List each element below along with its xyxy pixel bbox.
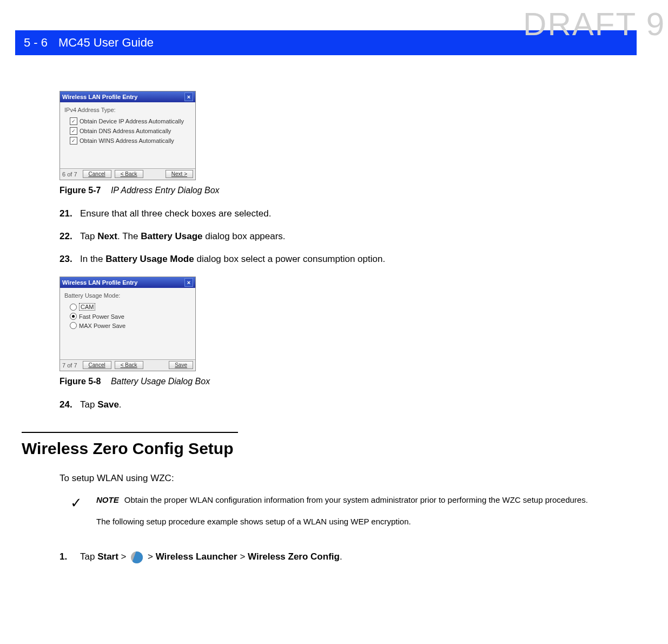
step-counter: 7 of 7 — [62, 362, 77, 369]
cancel-button[interactable]: Cancel — [83, 361, 111, 369]
radio-max-power-save[interactable]: MAX Power Save — [70, 322, 191, 329]
step-number: 23. — [59, 254, 75, 265]
section-heading: Wireless Zero Config Setup — [22, 439, 630, 458]
checkbox-icon: ✓ — [70, 127, 77, 135]
step-22: 22. Tap Next. The Battery Usage dialog b… — [59, 231, 630, 242]
dialog-footer: 6 of 7 Cancel < Back Next > — [60, 168, 195, 180]
close-icon[interactable]: × — [184, 93, 193, 101]
section-divider — [22, 432, 238, 433]
dialog-titlebar: Wireless LAN Profile Entry × — [60, 277, 195, 288]
step-counter: 6 of 7 — [62, 171, 77, 178]
radio-cam[interactable]: CAM — [70, 303, 191, 311]
dialog-body: Battery Usage Mode: CAM Fast Power Save … — [60, 288, 195, 359]
step-24: 24. Tap Save. — [59, 399, 630, 410]
radio-icon — [70, 313, 77, 320]
step-number: 22. — [59, 231, 75, 242]
note-label: NOTE — [96, 495, 119, 504]
save-button[interactable]: Save — [169, 361, 193, 369]
step-text: Tap Start > > Wireless Launcher > Wirele… — [80, 551, 342, 563]
step-21: 21. Ensure that all three check boxes ar… — [59, 208, 630, 219]
checkbox-device-ip[interactable]: ✓ Obtain Device IP Address Automatically — [70, 117, 191, 125]
figure-title: IP Address Entry Dialog Box — [111, 186, 220, 195]
dialog-footer: 7 of 7 Cancel < Back Save — [60, 359, 195, 371]
ip-address-dialog: Wireless LAN Profile Entry × IPv4 Addres… — [59, 91, 196, 180]
note-block: ✓ NOTE Obtain the proper WLAN configurat… — [70, 495, 630, 528]
step-text: Tap Next. The Battery Usage dialog box a… — [80, 231, 286, 242]
note-body: NOTE Obtain the proper WLAN configuratio… — [96, 495, 630, 528]
radio-label: CAM — [79, 303, 95, 311]
dialog-body: IPv4 Address Type: ✓ Obtain Device IP Ad… — [60, 102, 195, 168]
wireless-icon — [131, 551, 143, 563]
cancel-button[interactable]: Cancel — [83, 170, 111, 178]
page-number: 5 - 6 — [24, 36, 48, 50]
checkmark-icon: ✓ — [70, 496, 82, 510]
dialog-titlebar: Wireless LAN Profile Entry × — [60, 91, 195, 102]
checkbox-icon: ✓ — [70, 137, 77, 144]
figure-caption: Figure 5-7 IP Address Entry Dialog Box — [59, 186, 630, 195]
checkbox-dns[interactable]: ✓ Obtain DNS Address Automatically — [70, 127, 191, 135]
checkbox-wins[interactable]: ✓ Obtain WINS Address Automatically — [70, 137, 191, 144]
step-text: Tap Save. — [80, 399, 122, 410]
radio-icon — [70, 304, 77, 311]
figure-title: Battery Usage Dialog Box — [111, 377, 210, 386]
back-button[interactable]: < Back — [115, 361, 143, 369]
step-23: 23. In the Battery Usage Mode dialog box… — [59, 254, 630, 265]
checkbox-label: Obtain Device IP Address Automatically — [80, 118, 184, 124]
dialog-title: Wireless LAN Profile Entry — [62, 279, 137, 286]
back-button[interactable]: < Back — [115, 170, 143, 178]
note-text-1: Obtain the proper WLAN configuration inf… — [124, 495, 588, 504]
step-1: 1. Tap Start > > Wireless Launcher > Wir… — [59, 551, 630, 563]
battery-mode-label: Battery Usage Mode: — [64, 292, 191, 299]
figure-label: Figure 5-8 — [59, 377, 101, 386]
step-number: 24. — [59, 399, 75, 410]
radio-label: Fast Power Save — [79, 313, 124, 320]
battery-usage-dialog: Wireless LAN Profile Entry × Battery Usa… — [59, 277, 196, 371]
step-text: Ensure that all three check boxes are se… — [80, 208, 271, 219]
close-icon[interactable]: × — [184, 278, 193, 287]
ipv4-label: IPv4 Address Type: — [64, 107, 191, 113]
checkbox-label: Obtain DNS Address Automatically — [80, 128, 171, 134]
step-number: 1. — [59, 551, 75, 563]
watermark-text: DRAFT 9 — [523, 5, 665, 43]
step-text: In the Battery Usage Mode dialog box sel… — [80, 254, 385, 265]
dialog-title: Wireless LAN Profile Entry — [62, 94, 137, 100]
figure-label: Figure 5-7 — [59, 186, 101, 195]
radio-fast-power-save[interactable]: Fast Power Save — [70, 313, 191, 320]
figure-caption: Figure 5-8 Battery Usage Dialog Box — [59, 377, 630, 386]
section-intro: To setup WLAN using WZC: — [59, 473, 630, 484]
note-text-2: The following setup procedure example sh… — [96, 516, 630, 527]
step-number: 21. — [59, 208, 75, 219]
next-button[interactable]: Next > — [166, 170, 193, 178]
guide-title: MC45 User Guide — [58, 36, 154, 50]
checkbox-icon: ✓ — [70, 117, 77, 125]
checkbox-label: Obtain WINS Address Automatically — [80, 137, 174, 144]
radio-label: MAX Power Save — [79, 323, 125, 329]
radio-icon — [70, 322, 77, 329]
